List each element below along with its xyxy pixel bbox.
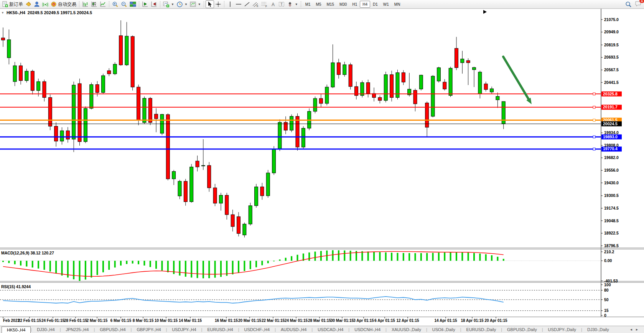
tab-usdcnhh4[interactable]: USDCNH-,H4 xyxy=(349,326,385,333)
periods-button[interactable]: ▼ xyxy=(175,0,189,8)
tab-usdcadh4[interactable]: USDCAD-,H4 xyxy=(313,326,348,333)
tab-usdchfh4[interactable]: USDCHF-,H4 xyxy=(239,326,275,333)
tab-jpn225h4[interactable]: JPN225-,H4 xyxy=(61,326,94,333)
text-label-tool-button[interactable]: T xyxy=(277,0,286,8)
tab-hk50h4[interactable]: HK50-,H4 xyxy=(2,326,31,333)
candlestick-mode-button[interactable] xyxy=(90,0,99,8)
bar-chart-mode-button[interactable] xyxy=(81,0,90,8)
timeframe-w1[interactable]: W1 xyxy=(380,1,392,8)
tab-gbpusddaily[interactable]: GBPUSD-,Daily xyxy=(502,326,542,333)
time-label: 16 Mar 01:15 xyxy=(215,318,238,323)
tab-dj30h4[interactable]: DJ30-,H4 xyxy=(32,326,59,333)
chevron-down-icon: ▼ xyxy=(171,3,174,6)
tab-eurusdh4[interactable]: EURUSD-,H4 xyxy=(202,326,238,333)
signal-button[interactable] xyxy=(41,0,49,8)
line-chart-mode-button[interactable] xyxy=(99,0,107,8)
tab-usoildaily[interactable]: USOil-,Daily xyxy=(427,326,460,333)
tab-dj30daily[interactable]: DJ30-,Daily xyxy=(582,326,614,333)
tab-xauusddaily[interactable]: XAUUSD-,Daily xyxy=(387,326,426,333)
bar-chart-icon xyxy=(82,1,89,7)
time-label: 28 Mar 01:15 xyxy=(308,318,331,323)
gold-button[interactable] xyxy=(24,0,33,8)
tab-eurusddaily[interactable]: EURUSD-,Daily xyxy=(461,326,501,333)
time-label: 6 Apr 01:15 xyxy=(374,318,395,323)
cursor-tool-button[interactable] xyxy=(206,0,214,8)
candle-body xyxy=(113,64,117,74)
templates-button[interactable]: ▼ xyxy=(189,0,202,8)
zoom-in-icon xyxy=(112,1,119,8)
timeframe-h4[interactable]: H4 xyxy=(360,1,370,8)
toolbar: 新订单 自动交易 xyxy=(0,0,644,9)
candle-body xyxy=(225,195,229,215)
horizontal-line-tool-button[interactable] xyxy=(234,0,243,8)
arrows-tool-button[interactable]: ▼ xyxy=(286,0,299,8)
hline-handle xyxy=(593,148,595,150)
time-label: 20 Mar 01:15 xyxy=(238,318,261,323)
new-chart-button[interactable]: ▼ xyxy=(162,0,175,8)
axis-tick-label: 19682.0 xyxy=(604,155,619,160)
candle-body xyxy=(378,97,382,100)
axis-tick-label: 19556.0 xyxy=(604,168,619,172)
candle-body xyxy=(19,66,23,80)
time-label: Feb 2023 xyxy=(3,318,20,323)
candle-body xyxy=(96,85,99,93)
search-icon[interactable] xyxy=(625,1,632,8)
tab-usdjpydaily[interactable]: USDJPY-,Daily xyxy=(543,326,581,333)
auto-scroll-button[interactable] xyxy=(150,0,158,8)
time-label: 14 Apr 01:15 xyxy=(434,318,457,323)
axis-tick-label: 19048.5 xyxy=(604,218,619,223)
auto-trading-button[interactable]: 自动交易 xyxy=(49,0,77,8)
candle-body xyxy=(148,98,152,122)
text-tool-button[interactable]: A xyxy=(269,0,277,8)
fibonacci-tool-button[interactable]: F xyxy=(260,0,269,8)
trendline-tool-button[interactable] xyxy=(243,0,251,8)
chart-area[interactable]: ▼ HK50-,H4 20249.5 20249.5 19971.5 20024… xyxy=(0,9,644,326)
new-chart-icon xyxy=(163,1,170,8)
vertical-line-tool-button[interactable] xyxy=(226,0,234,8)
candle-body xyxy=(255,187,258,206)
hline-handle xyxy=(593,93,595,95)
timeframe-m5[interactable]: M5 xyxy=(313,1,324,8)
timeframe-m30[interactable]: M30 xyxy=(337,1,349,8)
tab-audusdh4[interactable]: AUDUSD-,H4 xyxy=(276,326,311,333)
tab-scroll-arrows[interactable]: ◂▸ xyxy=(630,327,642,331)
chart-canvas[interactable]: 20325.820191.720061.519893.019770.420024… xyxy=(0,9,644,326)
time-label: 24 Mar 01:15 xyxy=(285,318,308,323)
candle-body xyxy=(413,90,417,104)
tile-windows-button[interactable] xyxy=(128,0,137,8)
timeframe-h1[interactable]: H1 xyxy=(349,1,360,8)
equidistant-channel-tool-button[interactable]: E xyxy=(251,0,260,8)
profile-button[interactable] xyxy=(33,0,41,8)
crosshair-tool-button[interactable] xyxy=(214,0,222,8)
gold-icon xyxy=(25,1,31,7)
candle-body xyxy=(243,224,246,235)
candle-body xyxy=(125,36,128,65)
zoom-in-button[interactable] xyxy=(111,0,120,8)
tab-gbpusdh4[interactable]: GBPUSD-,H4 xyxy=(95,326,130,333)
candle-body xyxy=(384,75,387,100)
timeframe-m1[interactable]: M1 xyxy=(303,1,313,8)
time-label: 12 Apr 01:15 xyxy=(396,318,419,323)
chart-shift-button[interactable] xyxy=(141,0,150,8)
crosshair-icon xyxy=(215,1,221,7)
price-label-text: 20191.7 xyxy=(603,105,618,109)
tab-gbpjpyh4[interactable]: GBPJPY-,H4 xyxy=(132,326,166,333)
zoom-out-button[interactable] xyxy=(120,0,128,8)
rsi-axis-label: 15 xyxy=(604,308,609,313)
candle-body xyxy=(137,87,140,120)
axis-tick-label: 21075.0 xyxy=(604,17,619,22)
symbol-tabbar: HK50-,H4|DJ30-,H4|JPN225-,H4|GBPUSD-,H4|… xyxy=(0,326,644,333)
notifications-button[interactable]: 1 xyxy=(635,0,642,8)
axis-tick-label: 18922.5 xyxy=(604,231,619,235)
timeframe-m15[interactable]: M15 xyxy=(324,1,337,8)
rsi-axis-label: 100 xyxy=(604,282,611,287)
chevron-down-icon: ▼ xyxy=(198,3,201,6)
tab-usdjpyh4[interactable]: USDJPY-,H4 xyxy=(167,326,201,333)
candle-body xyxy=(60,131,64,141)
time-label: 10 Mar 01:15 xyxy=(155,318,178,323)
timeframe-mn[interactable]: MN xyxy=(392,1,403,8)
new-order-button[interactable]: 新订单 xyxy=(1,0,24,8)
candle-body xyxy=(331,63,334,87)
macd-axis-label: 210.2 xyxy=(604,249,614,254)
timeframe-d1[interactable]: D1 xyxy=(370,1,380,8)
